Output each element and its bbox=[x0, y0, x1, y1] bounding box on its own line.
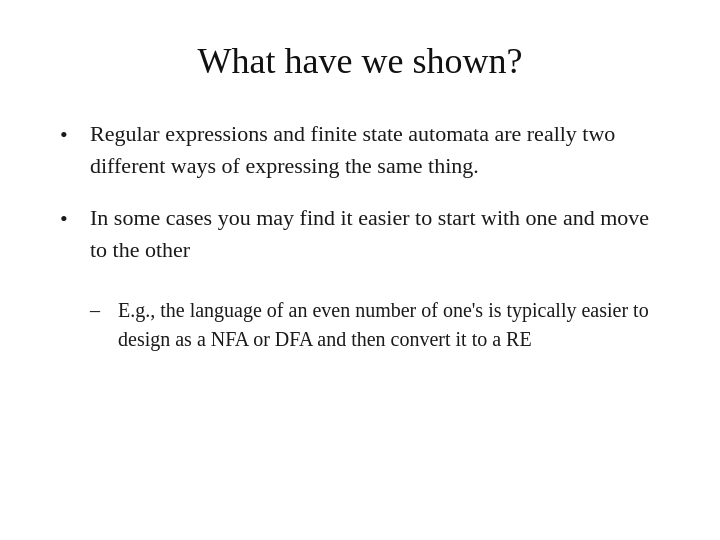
slide: What have we shown? • Regular expression… bbox=[0, 0, 720, 540]
bullet-text-2: In some cases you may find it easier to … bbox=[90, 202, 660, 266]
bullet-dot-1: • bbox=[60, 118, 90, 151]
bullet-dot-2: • bbox=[60, 202, 90, 235]
slide-title: What have we shown? bbox=[60, 40, 660, 82]
sub-bullet-dash-1: – bbox=[90, 296, 118, 325]
sub-bullet-item-1: – E.g., the language of an even number o… bbox=[90, 296, 660, 354]
bullet-text-1: Regular expressions and finite state aut… bbox=[90, 118, 660, 182]
content-area: • Regular expressions and finite state a… bbox=[60, 118, 660, 354]
sub-bullet-text-1: E.g., the language of an even number of … bbox=[118, 296, 660, 354]
bullet-item-1: • Regular expressions and finite state a… bbox=[60, 118, 660, 182]
bullet-item-2: • In some cases you may find it easier t… bbox=[60, 202, 660, 266]
